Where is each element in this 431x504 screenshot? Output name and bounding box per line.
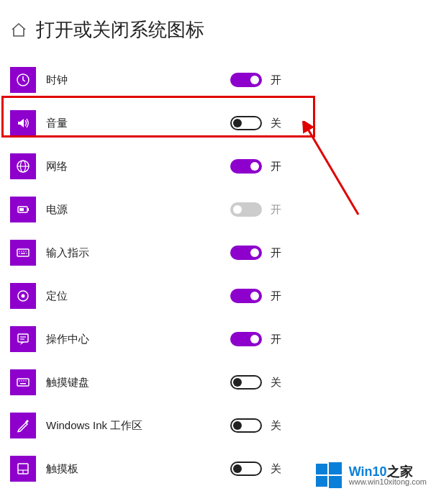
svg-point-21 bbox=[19, 380, 20, 382]
page-header: 打开或关闭系统图标 bbox=[0, 0, 431, 58]
toggle-state-label: 关 bbox=[271, 419, 281, 433]
ink-icon bbox=[10, 413, 36, 438]
toggle-location[interactable] bbox=[230, 289, 262, 303]
setting-row-touchkb: 触摸键盘关 bbox=[10, 361, 431, 404]
svg-rect-7 bbox=[17, 249, 29, 256]
clock-icon bbox=[10, 67, 36, 93]
setting-label: 触摸板 bbox=[46, 462, 78, 476]
svg-rect-17 bbox=[18, 334, 28, 342]
touchkb-icon bbox=[10, 369, 36, 395]
svg-rect-20 bbox=[17, 379, 29, 386]
setting-row-network: 网络开 bbox=[10, 145, 431, 188]
volume-icon bbox=[10, 110, 36, 136]
svg-point-9 bbox=[21, 251, 22, 252]
svg-rect-31 bbox=[329, 462, 342, 474]
setting-label: 操作中心 bbox=[46, 333, 89, 346]
toggle-group: 开 bbox=[230, 159, 281, 174]
toggle-state-label: 开 bbox=[271, 160, 281, 174]
svg-point-24 bbox=[25, 380, 27, 382]
toggle-touchpad[interactable] bbox=[230, 462, 262, 476]
toggle-group: 开 bbox=[230, 246, 281, 260]
toggle-state-label: 开 bbox=[271, 333, 281, 346]
svg-point-12 bbox=[19, 253, 20, 254]
toggle-state-label: 开 bbox=[271, 246, 281, 260]
input-icon bbox=[10, 240, 36, 266]
setting-row-location: 定位开 bbox=[10, 274, 431, 318]
touchpad-icon bbox=[10, 456, 36, 482]
setting-row-ink: Windows Ink 工作区关 bbox=[10, 404, 431, 447]
svg-rect-6 bbox=[19, 208, 24, 211]
setting-label: 网络 bbox=[46, 160, 68, 174]
toggle-power bbox=[230, 202, 262, 217]
settings-list: 时钟开音量关网络开电源开输入指示开定位开操作中心开触摸键盘关Windows In… bbox=[0, 58, 431, 490]
svg-point-10 bbox=[23, 251, 24, 252]
setting-label: 音量 bbox=[46, 117, 68, 130]
toggle-ink[interactable] bbox=[230, 418, 262, 433]
svg-point-14 bbox=[26, 253, 27, 254]
action-icon bbox=[10, 326, 36, 352]
power-icon bbox=[10, 197, 36, 222]
toggle-group: 开 bbox=[230, 289, 281, 303]
toggle-touchkb[interactable] bbox=[230, 375, 262, 390]
toggle-group: 关 bbox=[230, 418, 281, 433]
svg-point-11 bbox=[25, 251, 27, 252]
page-title: 打开或关闭系统图标 bbox=[36, 17, 204, 42]
svg-rect-32 bbox=[316, 476, 327, 487]
svg-rect-30 bbox=[316, 464, 327, 474]
setting-row-volume: 音量关 bbox=[10, 102, 431, 145]
toggle-clock[interactable] bbox=[230, 73, 262, 87]
svg-point-8 bbox=[19, 251, 20, 252]
toggle-action[interactable] bbox=[230, 332, 262, 346]
svg-rect-13 bbox=[21, 253, 25, 253]
toggle-state-label: 关 bbox=[271, 462, 281, 476]
home-button[interactable] bbox=[10, 22, 27, 39]
svg-rect-25 bbox=[20, 383, 26, 384]
toggle-group: 关 bbox=[230, 375, 281, 390]
toggle-state-label: 关 bbox=[271, 117, 281, 130]
setting-label: 定位 bbox=[46, 289, 68, 303]
toggle-group: 开 bbox=[230, 73, 281, 87]
svg-point-16 bbox=[22, 294, 25, 298]
watermark: Win10之家 www.win10xitong.com bbox=[314, 461, 427, 490]
toggle-network[interactable] bbox=[230, 159, 262, 174]
toggle-group: 开 bbox=[230, 202, 281, 217]
watermark-url: www.win10xitong.com bbox=[349, 478, 427, 486]
svg-rect-5 bbox=[27, 208, 29, 211]
setting-row-power: 电源开 bbox=[10, 188, 431, 231]
toggle-group: 开 bbox=[230, 332, 281, 346]
toggle-state-label: 开 bbox=[271, 203, 281, 217]
setting-row-clock: 时钟开 bbox=[10, 58, 431, 102]
setting-label: Windows Ink 工作区 bbox=[46, 419, 142, 433]
toggle-input[interactable] bbox=[230, 246, 262, 260]
windows-logo-icon bbox=[314, 461, 343, 490]
network-icon bbox=[10, 153, 36, 179]
setting-row-action: 操作中心开 bbox=[10, 318, 431, 361]
setting-label: 触摸键盘 bbox=[46, 376, 89, 390]
toggle-group: 关 bbox=[230, 116, 281, 130]
setting-label: 时钟 bbox=[46, 73, 68, 87]
setting-label: 输入指示 bbox=[46, 246, 89, 260]
toggle-state-label: 关 bbox=[271, 376, 281, 390]
svg-rect-33 bbox=[329, 476, 342, 488]
toggle-state-label: 开 bbox=[271, 73, 281, 87]
location-icon bbox=[10, 283, 36, 309]
toggle-state-label: 开 bbox=[271, 289, 281, 303]
setting-label: 电源 bbox=[46, 203, 68, 217]
toggle-group: 关 bbox=[230, 462, 281, 476]
svg-point-22 bbox=[21, 380, 22, 382]
toggle-volume[interactable] bbox=[230, 116, 262, 130]
svg-point-23 bbox=[23, 380, 24, 382]
setting-row-input: 输入指示开 bbox=[10, 231, 431, 274]
home-icon bbox=[10, 22, 27, 39]
